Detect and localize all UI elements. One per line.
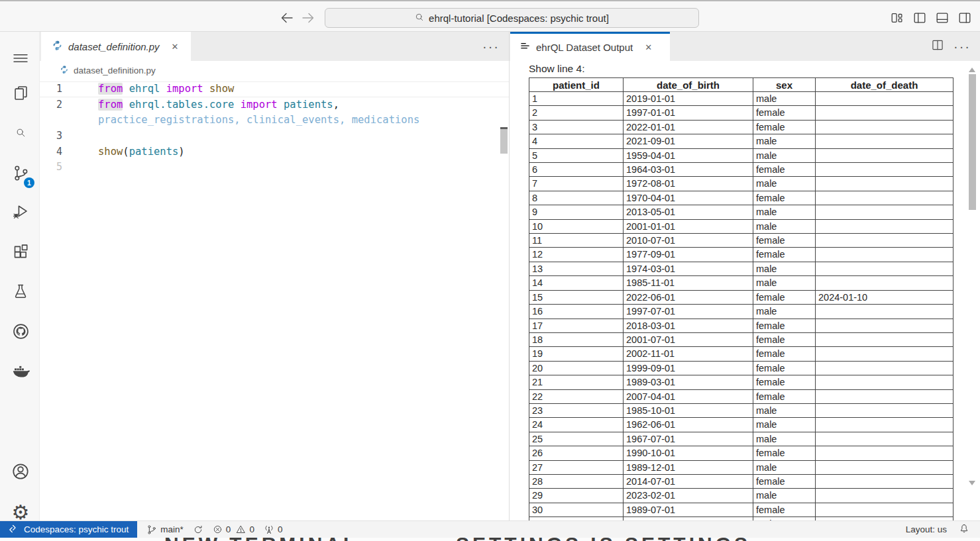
webview-scrollbar[interactable] <box>969 74 976 210</box>
command-center-search[interactable]: ehrql-tutorial [Codespaces: psychic trou… <box>325 8 699 28</box>
problems-warnings[interactable]: 0 <box>236 524 254 534</box>
table-cell <box>816 163 953 177</box>
customize-layout-icon[interactable] <box>890 11 904 25</box>
scrollbar-down-icon[interactable] <box>969 481 975 485</box>
sidebar-item-source-control[interactable]: 1 <box>9 162 32 186</box>
table-cell: 18 <box>529 332 624 346</box>
table-cell: male <box>753 262 816 275</box>
table-cell: 1997-01-01 <box>624 106 753 120</box>
remote-indicator[interactable]: Codespaces: psychic trout <box>0 521 137 538</box>
code-line[interactable]: practice_registrations, clinical_events,… <box>40 113 509 128</box>
toggle-panel-icon[interactable] <box>935 11 950 25</box>
artifact-text-left: NEW TERMINAL <box>164 538 358 541</box>
code-editor[interactable]: 1from ehrql import show2from ehrql.table… <box>40 79 509 520</box>
table-cell <box>816 319 953 332</box>
tab-close-icon[interactable]: ✕ <box>645 42 652 52</box>
sync-icon <box>193 524 203 535</box>
sidebar-item-run-debug[interactable] <box>9 201 32 225</box>
scm-badge: 1 <box>24 177 34 188</box>
table-cell <box>816 403 953 417</box>
sidebar-item-account[interactable] <box>9 461 32 485</box>
table-cell: male <box>753 418 816 432</box>
sidebar-item-menu[interactable] <box>9 48 32 72</box>
table-cell: 23 <box>529 403 624 417</box>
code-line[interactable]: 5 <box>40 160 509 175</box>
table-cell: 29 <box>529 489 624 503</box>
layout-indicator[interactable]: Layout: us <box>906 524 947 534</box>
sidebar-item-explorer[interactable] <box>9 82 32 106</box>
warning-icon <box>236 524 246 534</box>
table-header-cell: patient_id <box>529 78 624 92</box>
table-row: 131974-03-01male <box>529 262 953 275</box>
panel-more-actions-icon[interactable]: ··· <box>953 39 971 54</box>
table-cell: 17 <box>529 319 624 332</box>
account-icon <box>11 462 30 483</box>
table-cell: female <box>753 503 816 516</box>
git-branch-icon <box>146 524 157 535</box>
table-cell: 10 <box>529 219 624 233</box>
editor-more-actions-icon[interactable]: ··· <box>482 39 500 54</box>
panel-tabstrip: ehrQL Dataset Output ✕ ··· <box>510 32 980 61</box>
toggle-secondary-sidebar-icon[interactable] <box>957 11 972 25</box>
sidebar-item-github[interactable] <box>9 320 32 344</box>
editor-scrollbar[interactable] <box>500 129 508 154</box>
split-editor-icon[interactable] <box>931 38 944 54</box>
table-row: 261990-10-01female <box>529 446 953 460</box>
table-cell: 22 <box>529 389 624 403</box>
table-cell: male <box>753 205 816 219</box>
breadcrumb[interactable]: dataset_definition.py <box>40 61 509 79</box>
code-line[interactable]: 1from ehrql import show <box>40 81 509 97</box>
problems-errors[interactable]: 0 <box>213 524 231 534</box>
ports-status[interactable]: 0 <box>264 524 283 535</box>
sync-button[interactable] <box>193 524 203 535</box>
table-header-cell: date_of_death <box>816 78 953 92</box>
table-cell: 8 <box>529 191 624 205</box>
table-row: 241962-06-01male <box>529 418 953 432</box>
table-cell: 1962-06-01 <box>624 418 753 432</box>
table-cell: 1959-04-01 <box>624 148 753 162</box>
table-cell: male <box>753 432 816 446</box>
artifact-strip: NEW TERMINAL SETTINGS IS SETTINGS <box>0 538 980 541</box>
code-line[interactable]: 2from ehrql.tables.core import patients, <box>40 97 509 113</box>
table-cell: 30 <box>529 503 624 516</box>
branch-status[interactable]: main* <box>146 524 184 535</box>
table-cell: 1989-03-01 <box>624 375 753 389</box>
bell-icon[interactable] <box>959 523 969 536</box>
sidebar-item-testing[interactable] <box>9 281 32 305</box>
table-row: 42021-09-01male <box>529 134 953 148</box>
table-cell: 3 <box>529 120 624 134</box>
status-label: 0 <box>278 524 283 534</box>
sidebar-item-extensions[interactable] <box>9 241 32 265</box>
tab-close-icon[interactable]: ✕ <box>172 42 179 52</box>
table-cell <box>816 234 953 248</box>
tab-ehrql-dataset-output[interactable]: ehrQL Dataset Output ✕ <box>510 32 670 61</box>
search-icon <box>415 13 424 24</box>
table-row: 102001-01-01male <box>529 219 953 233</box>
table-cell: 2001-07-01 <box>624 332 753 346</box>
table-row: 282014-07-01female <box>529 474 953 488</box>
github-icon <box>12 322 30 343</box>
sidebar-item-docker[interactable] <box>9 360 32 384</box>
table-cell <box>816 460 953 474</box>
table-cell: 19 <box>529 347 624 361</box>
table-row: 81970-04-01female <box>529 191 953 205</box>
nav-back-button[interactable] <box>278 10 296 26</box>
scrollbar-up-icon[interactable] <box>969 68 975 72</box>
table-row: 71972-08-01male <box>529 177 953 191</box>
table-cell: 4 <box>529 134 624 148</box>
table-cell: 1990-10-01 <box>624 446 753 460</box>
code-line[interactable]: 4show(patients) <box>40 144 509 160</box>
tab-dataset-definition[interactable]: dataset_definition.py ✕ <box>41 32 191 61</box>
code-line[interactable]: 3 <box>40 128 509 144</box>
nav-forward-button[interactable] <box>299 10 317 26</box>
table-cell: male <box>753 92 816 106</box>
table-cell: male <box>753 177 816 191</box>
explorer-icon <box>12 84 30 105</box>
toggle-primary-sidebar-icon[interactable] <box>912 11 927 25</box>
run-debug-icon <box>11 203 30 224</box>
python-icon <box>60 65 69 76</box>
table-cell: 2022-01-01 <box>624 120 753 134</box>
sidebar-item-search[interactable] <box>9 122 32 146</box>
table-cell: 1964-03-01 <box>624 163 753 177</box>
table-row: 201999-09-01female <box>529 361 953 375</box>
